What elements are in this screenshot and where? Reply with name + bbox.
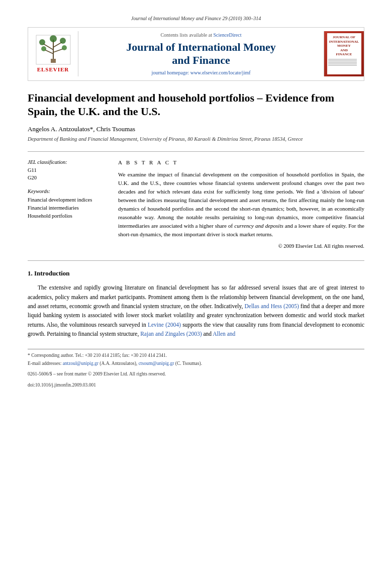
- jel-label: JEL classification:: [28, 159, 108, 166]
- abstract-right: A B S T R A C T We examine the impact of…: [118, 159, 364, 250]
- footnote-email: E-mail addresses: antzoul@unipig.gr (A.A…: [28, 360, 364, 367]
- keyword-1: Financial development indices: [28, 196, 108, 204]
- footnote-area: * Corresponding author. Tel.: +30 210 41…: [28, 349, 364, 389]
- ref-dellas-hess[interactable]: Dellas and Hess (2005): [245, 303, 299, 309]
- top-citation: Journal of International Money and Finan…: [28, 15, 364, 22]
- elsevier-logo: ELSEVIER: [28, 31, 78, 76]
- introduction-paragraph-1: The extensive and rapidly growing litera…: [28, 283, 364, 338]
- journal-header-banner: ELSEVIER Contents lists available at Sci…: [28, 27, 364, 81]
- journal-center-info: Contents lists available at ScienceDirec…: [78, 28, 324, 80]
- svg-point-7: [39, 39, 45, 45]
- page: Journal of International Money and Finan…: [0, 0, 392, 570]
- svg-point-9: [41, 46, 46, 51]
- sciencedirect-link[interactable]: ScienceDirect: [213, 32, 241, 38]
- homepage-url[interactable]: www.elsevier.com/locate/jimf: [190, 70, 251, 75]
- doi-line: doi:10.1016/j.jimonfin.2009.03.001: [28, 382, 364, 389]
- svg-line-3: [53, 42, 62, 47]
- keyword-3: Household portfolios: [28, 212, 108, 220]
- elsevier-tree-icon: [36, 35, 71, 65]
- article-title: Financial development and household port…: [28, 91, 364, 119]
- svg-line-4: [45, 50, 53, 54]
- cover-lines: [328, 58, 360, 66]
- elsevier-label-text: ELSEVIER: [37, 66, 69, 73]
- keywords-list: Financial development indices Financial …: [28, 196, 108, 220]
- svg-line-5: [53, 49, 63, 52]
- email-link-1[interactable]: antzoul@unipig.gr: [63, 361, 99, 366]
- divider-2: [28, 260, 364, 261]
- cover-inner: JOURNAL OFINTERNATIONALMONEYANDFINANCE: [327, 33, 361, 74]
- svg-point-6: [50, 35, 57, 42]
- journal-title-banner: Journal of International Money and Finan…: [83, 41, 319, 67]
- citation-text: Journal of International Money and Finan…: [131, 16, 261, 21]
- authors: Angelos A. Antzoulatos*, Chris Tsoumas: [28, 125, 364, 134]
- keyword-2: Financial intermediaries: [28, 204, 108, 212]
- journal-homepage: journal homepage: www.elsevier.com/locat…: [83, 69, 319, 76]
- abstract-section: JEL classification: G11G20 Keywords: Fin…: [28, 159, 364, 250]
- copyright-line: © 2009 Elsevier Ltd. All rights reserved…: [118, 243, 364, 250]
- journal-cover-image: JOURNAL OFINTERNATIONALMONEYANDFINANCE: [324, 31, 364, 76]
- ref-rajan-zingales[interactable]: Rajan and Zingales (2003): [140, 331, 202, 337]
- footnote-corresponding: * Corresponding author. Tel.: +30 210 41…: [28, 352, 364, 359]
- abstract-heading: A B S T R A C T: [118, 159, 364, 166]
- svg-point-10: [62, 45, 67, 50]
- sciencedirect-line: Contents lists available at ScienceDirec…: [83, 32, 319, 39]
- ref-allen-and[interactable]: Allen and: [213, 331, 235, 337]
- keywords-label: Keywords:: [28, 188, 108, 196]
- cover-title-text: JOURNAL OFINTERNATIONALMONEYANDFINANCE: [329, 35, 359, 56]
- section-introduction-heading: 1. Introduction: [28, 269, 364, 278]
- svg-point-8: [60, 38, 66, 44]
- affiliation: Department of Banking and Financial Mana…: [28, 136, 364, 143]
- sidebar-left: JEL classification: G11G20 Keywords: Fin…: [28, 159, 108, 250]
- divider-1: [28, 151, 364, 152]
- abstract-text: We examine the impact of financial devel…: [118, 170, 364, 239]
- jel-codes: G11G20: [28, 167, 108, 181]
- email-link-2[interactable]: ctsoum@unipig.gr: [139, 361, 174, 366]
- svg-rect-0: [51, 59, 56, 63]
- ref-levine[interactable]: Levine (2004): [148, 322, 181, 328]
- issn-line: 0261-5606/$ – see front matter © 2009 El…: [28, 371, 364, 377]
